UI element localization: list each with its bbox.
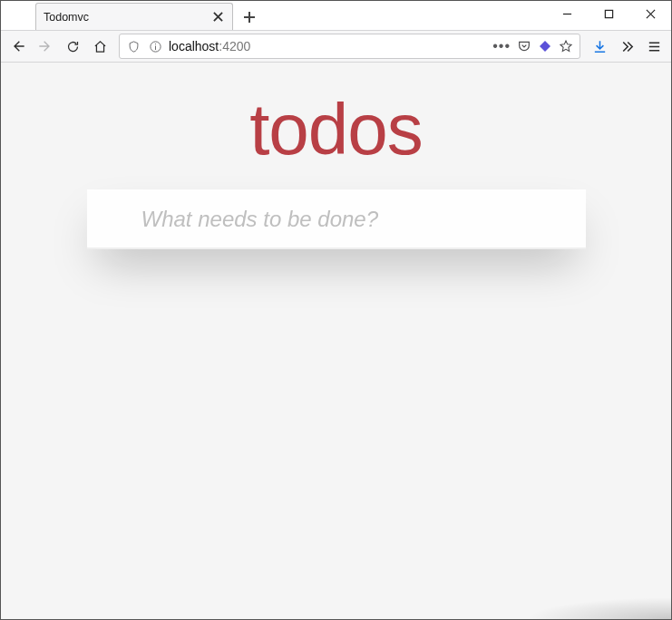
close-tab-button[interactable] bbox=[210, 10, 225, 24]
bookmark-button[interactable] bbox=[556, 36, 576, 56]
forward-button[interactable] bbox=[32, 33, 59, 60]
info-icon bbox=[149, 40, 162, 53]
todo-app: todos bbox=[87, 63, 586, 249]
extension-button[interactable] bbox=[535, 36, 555, 56]
new-tab-button[interactable] bbox=[237, 5, 262, 30]
home-button[interactable] bbox=[86, 33, 113, 60]
page-title: todos bbox=[87, 79, 586, 189]
page-actions-button[interactable]: ••• bbox=[490, 38, 513, 54]
tracking-shield-button[interactable] bbox=[123, 36, 143, 56]
browser-tab[interactable]: Todomvc bbox=[35, 3, 233, 30]
tab-strip: Todomvc bbox=[1, 1, 262, 30]
tab-title: Todomvc bbox=[44, 11, 89, 24]
maximize-icon bbox=[604, 9, 614, 19]
page-content: todos bbox=[1, 63, 671, 619]
close-window-button[interactable] bbox=[629, 1, 671, 26]
plus-icon bbox=[244, 12, 255, 23]
download-icon bbox=[592, 39, 608, 54]
back-arrow-icon bbox=[11, 39, 25, 53]
overflow-button[interactable] bbox=[613, 33, 640, 60]
reload-icon bbox=[66, 40, 80, 53]
diamond-icon bbox=[538, 39, 552, 53]
minimize-button[interactable] bbox=[546, 1, 588, 26]
chevrons-right-icon bbox=[619, 39, 635, 54]
address-bar[interactable]: localhost:4200 ••• bbox=[119, 34, 580, 59]
home-icon bbox=[93, 40, 107, 53]
star-icon bbox=[559, 39, 573, 53]
window-titlebar: Todomvc bbox=[1, 1, 671, 30]
url-display[interactable]: localhost:4200 bbox=[167, 39, 488, 53]
browser-toolbar: localhost:4200 ••• bbox=[1, 30, 671, 63]
hamburger-icon bbox=[647, 39, 662, 54]
url-host: localhost bbox=[169, 39, 219, 53]
new-todo-input[interactable] bbox=[87, 189, 586, 249]
site-info-button[interactable] bbox=[145, 36, 165, 56]
maximize-button[interactable] bbox=[588, 1, 629, 26]
new-todo-box bbox=[87, 189, 586, 249]
window-controls bbox=[546, 1, 671, 26]
forward-arrow-icon bbox=[38, 39, 53, 53]
close-icon bbox=[646, 9, 656, 19]
reload-button[interactable] bbox=[59, 33, 86, 60]
close-icon bbox=[213, 12, 223, 22]
app-menu-button[interactable] bbox=[640, 33, 667, 60]
shield-icon bbox=[127, 40, 141, 53]
reader-view-button[interactable] bbox=[514, 36, 534, 56]
svg-rect-0 bbox=[605, 10, 612, 17]
decorative-shadow bbox=[526, 597, 671, 619]
downloads-button[interactable] bbox=[586, 33, 613, 60]
pocket-icon bbox=[517, 39, 531, 53]
url-port: :4200 bbox=[219, 39, 250, 53]
minimize-icon bbox=[562, 9, 572, 19]
back-button[interactable] bbox=[5, 33, 32, 60]
address-bar-actions: ••• bbox=[490, 36, 576, 56]
